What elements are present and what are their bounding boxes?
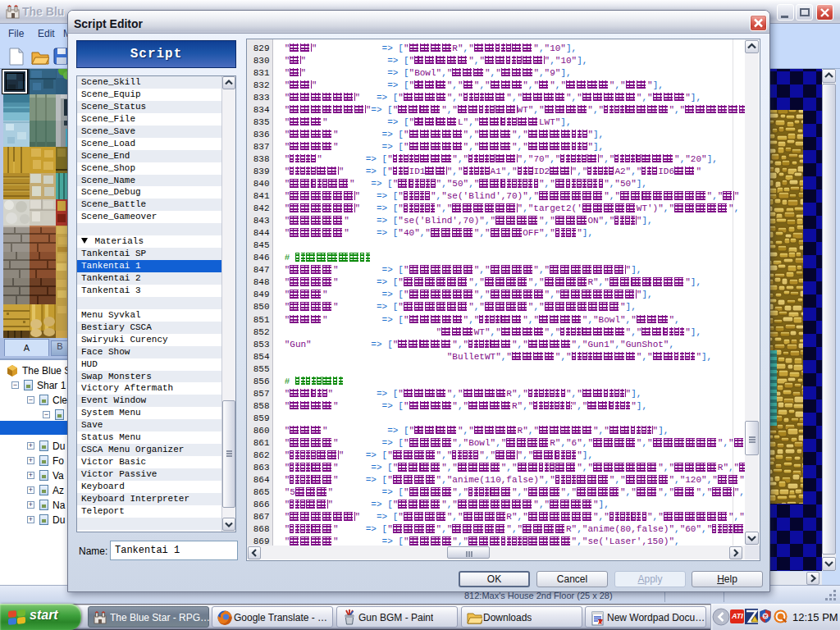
svg-text:A: A [598, 619, 602, 625]
